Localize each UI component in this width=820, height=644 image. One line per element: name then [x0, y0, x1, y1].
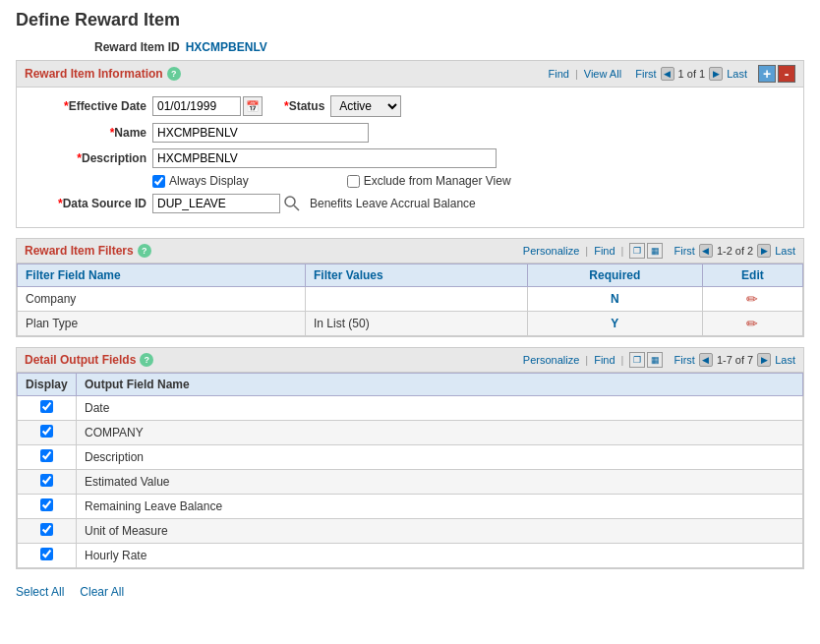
filters-body: Filter Field Name Filter Values Required…	[17, 263, 803, 336]
last-label: Last	[727, 68, 747, 80]
detail-find-link[interactable]: Find	[594, 354, 615, 366]
filters-table: Filter Field Name Filter Values Required…	[17, 263, 803, 336]
detail-table: Display Output Field Name Date COMPANY D…	[17, 373, 803, 568]
calendar-icon[interactable]: 📅	[243, 96, 263, 116]
output-field-name: Description	[77, 445, 803, 470]
col-filter-field: Filter Field Name	[18, 264, 306, 287]
find-link[interactable]: Find	[549, 68, 569, 80]
detail-last-label: Last	[775, 354, 795, 366]
filters-find-link[interactable]: Find	[594, 245, 615, 257]
display-checkbox-cell	[18, 495, 77, 519]
filters-title: Reward Item Filters	[25, 244, 134, 258]
display-checkbox[interactable]	[40, 425, 53, 438]
filter-field-name: Plan Type	[18, 312, 306, 336]
filter-edit-cell: ✏	[702, 312, 802, 336]
grid-view-icon[interactable]: ▦	[647, 243, 663, 259]
output-field-name: Date	[77, 396, 803, 421]
output-field-name: Estimated Value	[77, 470, 803, 495]
remove-row-button[interactable]: -	[778, 65, 795, 83]
detail-help-icon[interactable]: ?	[140, 353, 153, 367]
output-field-name: Hourly Rate	[77, 544, 803, 568]
display-checkbox[interactable]	[40, 498, 53, 511]
detail-title: Detail Output Fields	[25, 353, 136, 367]
table-row: Description	[18, 445, 803, 470]
svg-point-0	[285, 197, 295, 206]
view-all-link[interactable]: View All	[584, 68, 621, 80]
detail-prev-arrow[interactable]: ◀	[699, 353, 713, 367]
description-input[interactable]	[152, 148, 497, 168]
filter-edit-cell: ✏	[702, 287, 802, 312]
effective-date-input[interactable]	[152, 96, 241, 116]
display-checkbox[interactable]	[40, 474, 53, 487]
detail-first-label: First	[674, 354, 695, 366]
table-row: Date	[18, 396, 803, 421]
add-row-button[interactable]: +	[758, 65, 776, 83]
name-input[interactable]	[152, 123, 369, 143]
reward-id-value: HXCMPBENLV	[186, 40, 267, 54]
clear-all-link[interactable]: Clear All	[80, 585, 124, 599]
output-field-name: Remaining Leave Balance	[77, 495, 803, 519]
col-edit: Edit	[702, 264, 802, 287]
reward-info-title: Reward Item Information	[25, 67, 163, 81]
filters-next-arrow[interactable]: ▶	[757, 244, 771, 258]
detail-section: Detail Output Fields ? Personalize | Fin…	[16, 347, 804, 569]
filters-header: Reward Item Filters ? Personalize | Find…	[17, 239, 803, 263]
search-icon[interactable]	[282, 194, 302, 213]
display-checkbox-cell	[18, 445, 77, 470]
detail-personalize-link[interactable]: Personalize	[523, 354, 579, 366]
filter-required: Y	[527, 312, 702, 336]
detail-nav-info: 1-7 of 7	[717, 354, 753, 366]
display-checkbox-cell	[18, 519, 77, 544]
page-title: Define Reward Item	[16, 10, 804, 30]
exclude-manager-checkbox[interactable]	[347, 175, 360, 188]
next-nav-arrow[interactable]: ▶	[709, 67, 723, 81]
detail-next-arrow[interactable]: ▶	[757, 353, 771, 367]
table-row: Plan Type In List (50) Y ✏	[18, 312, 803, 336]
col-filter-values: Filter Values	[305, 264, 527, 287]
data-source-description: Benefits Leave Accrual Balance	[310, 197, 476, 210]
display-checkbox-cell	[18, 396, 77, 421]
data-source-label: Data Source ID	[29, 197, 146, 210]
col-output-field: Output Field Name	[77, 374, 803, 396]
filters-prev-arrow[interactable]: ◀	[699, 244, 713, 258]
display-checkbox-cell	[18, 544, 77, 568]
reward-info-body: Effective Date 📅 Status Active Inactive …	[17, 88, 803, 227]
table-row: Remaining Leave Balance	[18, 495, 803, 519]
reward-id-label: Reward Item ID	[94, 40, 180, 54]
status-label: Status	[275, 99, 324, 113]
expand-icon[interactable]: ❐	[629, 243, 645, 259]
select-all-link[interactable]: Select All	[16, 585, 64, 599]
data-source-row: Data Source ID Benefits Leave Accrual Ba…	[29, 194, 791, 213]
display-checkbox[interactable]	[40, 548, 53, 560]
edit-icon[interactable]: ✏	[746, 316, 758, 331]
checkboxes-row: Always Display Exclude from Manager View	[152, 174, 791, 188]
edit-icon[interactable]: ✏	[746, 291, 758, 307]
filters-help-icon[interactable]: ?	[138, 244, 151, 258]
table-row: Unit of Measure	[18, 519, 803, 544]
data-source-input[interactable]	[152, 194, 280, 213]
first-label: First	[635, 68, 656, 80]
filters-first-label: First	[674, 245, 695, 257]
filters-nav-info: 1-2 of 2	[717, 245, 753, 257]
display-checkbox-cell	[18, 421, 77, 445]
filter-values	[305, 287, 527, 312]
always-display-checkbox[interactable]	[152, 175, 165, 188]
filters-personalize-link[interactable]: Personalize	[523, 245, 579, 257]
prev-nav-arrow[interactable]: ◀	[661, 67, 674, 81]
bottom-links: Select All Clear All	[16, 579, 804, 605]
reward-info-section: Reward Item Information ? Find | View Al…	[16, 60, 804, 228]
svg-line-1	[294, 205, 299, 210]
detail-grid-icon[interactable]: ▦	[647, 352, 663, 368]
nav-info: 1 of 1	[678, 68, 706, 80]
detail-expand-icon[interactable]: ❐	[629, 352, 645, 368]
display-checkbox[interactable]	[40, 523, 53, 536]
output-field-name: Unit of Measure	[77, 519, 803, 544]
display-checkbox[interactable]	[40, 400, 53, 413]
exclude-manager-label: Exclude from Manager View	[364, 174, 511, 188]
filter-values: In List (50)	[305, 312, 527, 336]
display-checkbox[interactable]	[40, 449, 53, 462]
status-select[interactable]: Active Inactive	[330, 95, 401, 117]
effective-date-label: Effective Date	[29, 99, 146, 113]
reward-info-help-icon[interactable]: ?	[167, 67, 181, 81]
col-required: Required	[527, 264, 702, 287]
